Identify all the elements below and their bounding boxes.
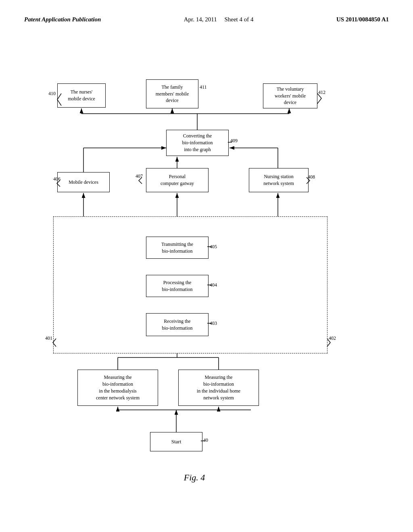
measuring-home-box: Measuring thebio-informationin the indiv…: [178, 370, 259, 406]
nursing-station-label: Nursing stationnetwork system: [263, 173, 294, 187]
label-411: 411: [200, 84, 207, 90]
header: Patent Application Publication Apr. 14, …: [24, 16, 389, 23]
mobile-devices-label: Mobile devices: [69, 179, 98, 186]
processing-label: Processing thebio-information: [162, 279, 193, 293]
label-409: 409: [230, 138, 238, 144]
measuring-hemo-box: Measuring thebio-informationin the hemod…: [77, 370, 158, 406]
brace-407: [137, 175, 143, 185]
brace-406: [55, 178, 61, 188]
fig-caption-text: Fig. 4: [184, 472, 205, 482]
publication-date: Apr. 14, 2011: [184, 16, 217, 23]
header-left: Patent Application Publication: [24, 16, 101, 23]
nurses-mobile-box: The nurses'mobile device: [57, 83, 106, 108]
header-center: Apr. 14, 2011 Sheet 4 of 4: [184, 16, 254, 23]
brace-401: [51, 337, 57, 349]
family-mobile-box: The familymembers' mobiledevice: [146, 79, 198, 108]
label-410: 410: [48, 91, 56, 97]
line-40: [201, 441, 205, 441]
fig-caption: Fig. 4: [154, 472, 235, 483]
personal-computer-label: Personalcomputer gatway: [161, 173, 194, 187]
start-box: Start: [150, 432, 202, 451]
brace-408: [305, 175, 311, 185]
publication-sheet: Sheet 4 of 4: [224, 16, 253, 23]
publication-number: US 2011/0084850 A1: [336, 16, 389, 23]
line-405: [207, 246, 211, 247]
family-mobile-label: The familymembers' mobiledevice: [156, 84, 189, 104]
start-label: Start: [171, 438, 181, 445]
line-409: [228, 142, 232, 143]
line-404: [207, 285, 211, 285]
personal-computer-box: Personalcomputer gatway: [146, 168, 209, 192]
processing-box: Processing thebio-information: [146, 275, 209, 297]
converting-box: Converting thebio-informationinto the gr…: [166, 130, 229, 156]
measuring-home-label: Measuring thebio-informationin the indiv…: [197, 374, 240, 401]
brace-402: [326, 337, 332, 349]
receiving-label: Receiving thebio-information: [162, 318, 193, 332]
mobile-devices-box: Mobile devices: [57, 172, 110, 192]
header-right: US 2011/0084850 A1: [336, 16, 389, 23]
measuring-hemo-label: Measuring thebio-informationin the hemod…: [96, 374, 140, 401]
nurses-mobile-label: The nurses'mobile device: [68, 89, 95, 102]
publication-title: Patent Application Publication: [24, 16, 101, 23]
receiving-box: Receiving thebio-information: [146, 313, 209, 336]
transmitting-box: Transmitting thebio-information: [146, 237, 209, 259]
transmitting-label: Transmitting thebio-information: [161, 241, 193, 255]
brace-410: [55, 91, 63, 108]
brace-412: [315, 91, 323, 106]
converting-label: Converting thebio-informationinto the gr…: [182, 133, 213, 153]
nursing-station-box: Nursing stationnetwork system: [249, 168, 309, 192]
line-403: [207, 323, 211, 324]
diagram: The nurses'mobile device The familymembe…: [33, 39, 380, 495]
page: Patent Application Publication Apr. 14, …: [0, 0, 413, 532]
voluntary-mobile-label: The voluntaryworkers' mobiledevice: [275, 86, 306, 106]
voluntary-mobile-box: The voluntaryworkers' mobiledevice: [263, 83, 317, 108]
